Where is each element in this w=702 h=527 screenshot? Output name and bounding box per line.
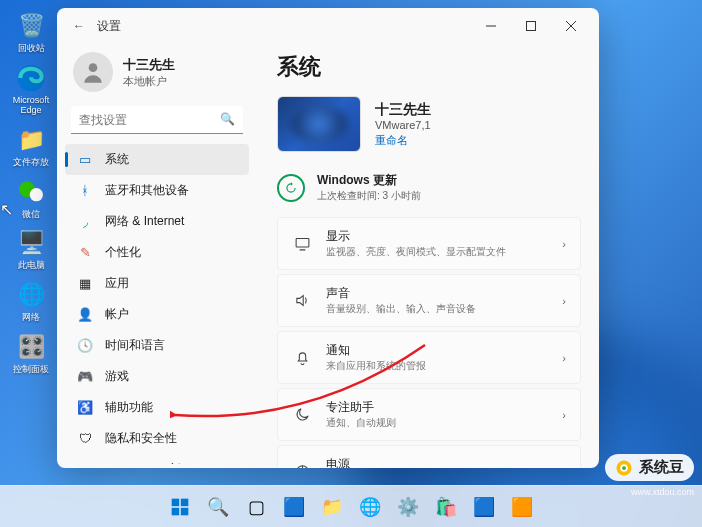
card-power[interactable]: 电源屏幕、电池使用情况、节电模式 › [277,445,581,468]
pc-name: 十三先生 [375,101,431,119]
desktop-icon-recycle-bin[interactable]: 🗑️ 回收站 [10,10,52,54]
taskbar: 🔍 ▢ 🟦 📁 🌐 ⚙️ 🛍️ 🟦 🟧 [0,485,702,527]
desktop-icon-label: 网络 [22,313,40,323]
card-subtitle: 监视器、亮度、夜间模式、显示配置文件 [326,245,548,259]
nav-update[interactable]: ↻Windows 更新 [65,454,249,464]
card-title: 专注助手 [326,399,548,416]
update-status[interactable]: Windows 更新 上次检查时间: 3 小时前 [277,166,581,217]
pc-thumbnail [277,96,361,152]
window-title: 设置 [97,18,121,35]
nav-time-language[interactable]: 🕓时间和语言 [65,330,249,361]
desktop-icon-label: 文件存放 [13,158,49,168]
bell-icon [292,349,312,366]
nav-gaming[interactable]: 🎮游戏 [65,361,249,392]
nav-label: Windows 更新 [105,461,181,464]
nav-label: 应用 [105,275,129,292]
card-notifications[interactable]: 通知来自应用和系统的管报 › [277,331,581,384]
wifi-icon: ◞ [77,214,93,230]
back-button[interactable]: ← [65,19,93,33]
desktop-icon-label: Microsoft Edge [10,96,52,116]
account-block[interactable]: 十三先生 本地帐户 [61,44,253,106]
update-ok-icon [277,174,305,202]
pc-model: VMware7,1 [375,119,431,131]
desktop-icon-this-pc[interactable]: 🖥️ 此电脑 [10,227,52,271]
chevron-right-icon: › [562,352,566,364]
search-input[interactable] [71,106,243,134]
nav-label: 个性化 [105,244,141,261]
desktop-icons: 🗑️ 回收站 Microsoft Edge 📁 文件存放 微信 🖥️ 此电脑 🌐… [10,10,52,375]
maximize-button[interactable] [511,10,551,42]
chevron-right-icon: › [562,466,566,469]
svg-rect-15 [181,507,189,514]
desktop-icon-label: 此电脑 [18,261,45,271]
card-focus-assist[interactable]: 专注助手通知、自动规则 › [277,388,581,441]
watermark: 系统豆 [605,454,694,481]
nav-apps[interactable]: ▦应用 [65,268,249,299]
taskbar-app2[interactable]: 🟧 [505,490,539,524]
account-name: 十三先生 [123,56,175,74]
taskbar-settings[interactable]: ⚙️ [391,490,425,524]
nav-label: 网络 & Internet [105,213,184,230]
taskbar-edge[interactable]: 🌐 [353,490,387,524]
network-icon: 🌐 [15,279,47,311]
desktop-icon-network[interactable]: 🌐 网络 [10,279,52,323]
taskbar-app1[interactable]: 🟦 [467,490,501,524]
recycle-bin-icon: 🗑️ [15,10,47,42]
watermark-url: www.xtdou.com [631,487,694,497]
card-subtitle: 通知、自动规则 [326,416,548,430]
taskbar-taskview[interactable]: ▢ [239,490,273,524]
desktop-icon-control-panel[interactable]: 🎛️ 控制面板 [10,331,52,375]
svg-point-2 [30,188,43,201]
close-button[interactable] [551,10,591,42]
card-title: 通知 [326,342,548,359]
sound-icon [292,292,312,309]
start-button[interactable] [163,490,197,524]
card-display[interactable]: 显示监视器、亮度、夜间模式、显示配置文件 › [277,217,581,270]
minimize-button[interactable] [471,10,511,42]
nav-system[interactable]: ▭系统 [65,144,249,175]
system-icon: ▭ [77,152,93,168]
rename-link[interactable]: 重命名 [375,133,431,148]
nav-label: 帐户 [105,306,129,323]
svg-rect-13 [181,498,189,506]
desktop-icon-label: 控制面板 [13,365,49,375]
svg-rect-4 [527,22,536,31]
taskbar-store[interactable]: 🛍️ [429,490,463,524]
desktop-icon-folder[interactable]: 📁 文件存放 [10,124,52,168]
svg-rect-12 [172,498,180,506]
display-icon [292,235,312,252]
game-icon: 🎮 [77,369,93,385]
update-subtitle: 上次检查时间: 3 小时前 [317,189,421,203]
watermark-logo-icon [615,459,633,477]
wechat-icon [15,176,47,208]
desktop-icon-edge[interactable]: Microsoft Edge [10,62,52,116]
nav-network[interactable]: ◞网络 & Internet [65,206,249,237]
apps-icon: ▦ [77,276,93,292]
taskbar-explorer[interactable]: 📁 [315,490,349,524]
pc-info-card: 十三先生 VMware7,1 重命名 [277,96,581,152]
update-icon: ↻ [77,462,93,465]
search-box[interactable]: 🔍 [71,106,243,134]
card-title: 显示 [326,228,548,245]
nav-label: 时间和语言 [105,337,165,354]
desktop-icon-wechat[interactable]: 微信 [10,176,52,220]
nav-accessibility[interactable]: ♿辅助功能 [65,392,249,423]
taskbar-widgets[interactable]: 🟦 [277,490,311,524]
nav-label: 隐私和安全性 [105,430,177,447]
svg-rect-14 [172,507,180,514]
sidebar: 十三先生 本地帐户 🔍 ▭系统 ᚼ蓝牙和其他设备 ◞网络 & Internet … [57,44,257,468]
control-panel-icon: 🎛️ [15,331,47,363]
nav-privacy[interactable]: 🛡隐私和安全性 [65,423,249,454]
nav-accounts[interactable]: 👤帐户 [65,299,249,330]
nav-list: ▭系统 ᚼ蓝牙和其他设备 ◞网络 & Internet ✎个性化 ▦应用 👤帐户… [61,142,253,464]
account-type: 本地帐户 [123,74,175,89]
nav-label: 系统 [105,151,129,168]
nav-bluetooth[interactable]: ᚼ蓝牙和其他设备 [65,175,249,206]
nav-personalization[interactable]: ✎个性化 [65,237,249,268]
update-title: Windows 更新 [317,172,421,189]
card-sound[interactable]: 声音音量级别、输出、输入、声音设备 › [277,274,581,327]
clock-icon: 🕓 [77,338,93,354]
card-subtitle: 来自应用和系统的管报 [326,359,548,373]
power-icon [292,463,312,468]
taskbar-search[interactable]: 🔍 [201,490,235,524]
